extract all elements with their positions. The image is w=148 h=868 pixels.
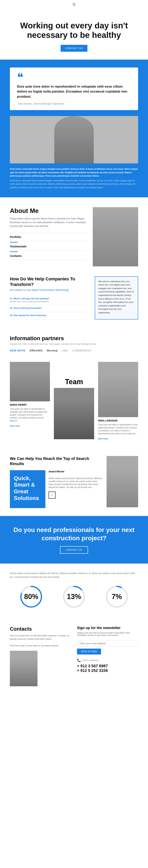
phone-landline-label: Phone (Landlines) (83, 659, 98, 661)
phone-number-2: + 912 5 252 3336 (77, 668, 138, 673)
quote-section: ❝ Duis aute irure dolor in reprehenderit… (0, 60, 148, 163)
faq-q-1: 01. What is off-page link link building? (10, 297, 89, 300)
newsletter-title: Sign up for the newsletter (77, 626, 138, 630)
partner-logo-2: ORGANIC (29, 349, 43, 352)
contacts-section: Contacts Use our contact form for all in… (0, 618, 148, 694)
testimonials-link[interactable]: Testimonials (10, 243, 87, 251)
faq-q-2: 02. House Painting Essentials? (10, 307, 89, 309)
quote-mark: ❝ (17, 73, 131, 82)
arrow-button[interactable]: → (49, 492, 56, 499)
hero-contact-button[interactable]: CONTACT US (61, 45, 87, 52)
about-me-section: About Me Suspendisse ultrices gravida di… (0, 197, 148, 276)
solutions-section: We Can Help You Reach the Top of Search … (0, 448, 148, 516)
stat-value-7: 7% (112, 593, 122, 601)
partner-logo-4: sNkt (62, 349, 68, 352)
nora-name: NORA PERRY (10, 403, 50, 406)
phone-landline-row: 📞 Phone (Landlines) (77, 658, 138, 662)
contacts-right: Sign up for the newsletter happy to be f… (77, 626, 138, 686)
team-section: NORA PERRY "Duis aute irure dolor in rep… (0, 362, 148, 448)
stats-section: Article evident arrived express highest … (0, 563, 148, 618)
nora-quote: "Duis aute irure dolor in reprehenderit … (10, 407, 50, 422)
contacts-desc: Use our contact form for all information… (10, 634, 71, 641)
contacts-left: Contacts Use our contact form for all in… (10, 626, 71, 686)
nora-photo (10, 362, 50, 401)
stat-circle-80: 80% (19, 585, 43, 610)
about-me-left: About Me Suspendisse ultrices gravida di… (10, 207, 87, 260)
portfolio-link[interactable]: Portfolio (10, 233, 87, 241)
solutions-box-text: Quick, Smart & Great Solutions (14, 475, 41, 501)
blue-cta-section: Do you need professionals for your next … (0, 516, 148, 563)
team-center-image (54, 388, 94, 439)
stats-body: Article evident arrived express highest … (10, 571, 138, 579)
nora-learn-more[interactable]: learn more (10, 425, 20, 427)
about-text-section: Amet lactur venenatis lectus magna fring… (0, 163, 148, 197)
cta-contact-button[interactable]: CONTACT US (60, 546, 88, 554)
about-me-photo (93, 207, 138, 267)
quote-author: - May Hawkes, General Manager Operations… (17, 102, 65, 105)
how-subtitle: We created our own Digital Transformatio… (10, 289, 89, 291)
how-section: How Do We Help Companies To Transform? W… (0, 276, 148, 327)
about-me-title: About Me (10, 207, 87, 215)
about-text-highlight: Amet lactur venenatis lectus magna fring… (10, 167, 138, 178)
team-member-nora: NORA PERRY "Duis aute irure dolor in rep… (10, 362, 50, 427)
about-text-body: Amet lactur venenatis lectus magna fring… (10, 179, 136, 189)
stat-value-13: 13% (67, 593, 81, 601)
contacts-link: Feel free to get in touch with us via em… (10, 644, 71, 648)
faq-item-3[interactable]: 03. Plan Ahead For Home Painting? (10, 312, 89, 319)
stat-value-80: 80% (24, 593, 38, 601)
quote-box: ❝ Duis aute irure dolor in reprehenderit… (10, 67, 138, 110)
contacts-title: Contacts (10, 626, 71, 632)
how-left: How Do We Help Companies To Transform? W… (10, 276, 89, 319)
faq-a-1: Sample text. Click to select the Text El… (10, 301, 89, 303)
hero-section: Working out every day isn't necessary to… (0, 9, 148, 60)
nora-image (10, 362, 50, 401)
how-right-text: We want to understand why your clients a… (98, 280, 135, 314)
hamburger-icon: ☰ (72, 3, 76, 6)
team-title: Team (65, 378, 83, 386)
solutions-person-image (107, 456, 138, 507)
partners-logos: NEW WAVE ORGANIC Mockup sNkt LANDERNAUT (10, 349, 138, 352)
award-label: Award Winner (49, 470, 102, 473)
solutions-box: Quick, Smart & Great Solutions (10, 470, 46, 508)
faq-q-3: 03. Plan Ahead For Home Painting? (10, 314, 89, 316)
contacts-link[interactable]: Contacts (10, 252, 87, 260)
faq-item-2[interactable]: 02. House Painting Essentials? (10, 305, 89, 312)
contact-person-photo (10, 651, 37, 686)
solutions-person-photo (107, 456, 138, 507)
nina-learn-more[interactable]: learn more (98, 438, 108, 440)
hamburger-menu[interactable]: ☰ (0, 0, 148, 9)
info-partners-title: Information partners (10, 335, 138, 342)
about-me-desc: Suspendisse ultrices gravida dictum fusc… (10, 217, 87, 228)
phone-number-1: + 912 3 567 8987 (77, 664, 138, 668)
stat-circle-7: 7% (105, 585, 129, 610)
nina-name: NINA LARSSON (98, 419, 138, 422)
partner-logo-3: Mockup (47, 349, 58, 352)
how-right-box: We want to understand why your clients a… (95, 276, 138, 319)
team-member-nina: NINA LARSSON "Duis aute irure dolor in r… (98, 362, 138, 440)
faq-item-1[interactable]: 01. What is off-page link link building?… (10, 296, 89, 305)
hero-title: Working out every day isn't necessary to… (16, 21, 132, 40)
contact-person-image (10, 651, 37, 686)
stat-circle-13: 13% (62, 585, 86, 610)
phone-icon: 📞 (77, 658, 81, 662)
hero-woman-image (10, 116, 138, 163)
newsletter-email-input[interactable] (77, 640, 138, 647)
team-center-photo (54, 388, 94, 439)
solutions-title: We Can Help You Reach the Top of Search … (10, 456, 102, 466)
nina-image (98, 362, 138, 417)
stats-circles: 80% 13% 7% (10, 585, 138, 610)
newsletter-desc: happy to be first first to receive email… (77, 631, 138, 637)
nina-photo (98, 362, 138, 417)
nina-quote: "Duis aute irure dolor in reprehenderit … (98, 423, 138, 435)
info-partners-section: Information partners Sample text. Click … (0, 327, 148, 362)
partner-logo-1: NEW WAVE (10, 349, 26, 352)
solutions-left: We Can Help You Reach the Top of Search … (10, 456, 102, 508)
how-title: How Do We Help Companies To Transform? (10, 276, 89, 287)
info-partners-sub: Sample text. Click to select the text bo… (10, 343, 138, 345)
cta-title: Do you need professionals for your next … (10, 526, 138, 542)
newsletter-signup-button[interactable]: SIGN UP NOW (77, 649, 101, 654)
man-image (93, 207, 138, 267)
solutions-right: Award Winner Aritote evident arrived exp… (49, 470, 102, 499)
award-text: Aritote evident arrived express highest … (49, 477, 102, 489)
quote-text: Duis aute irure dolor in reprehenderit i… (17, 84, 131, 99)
